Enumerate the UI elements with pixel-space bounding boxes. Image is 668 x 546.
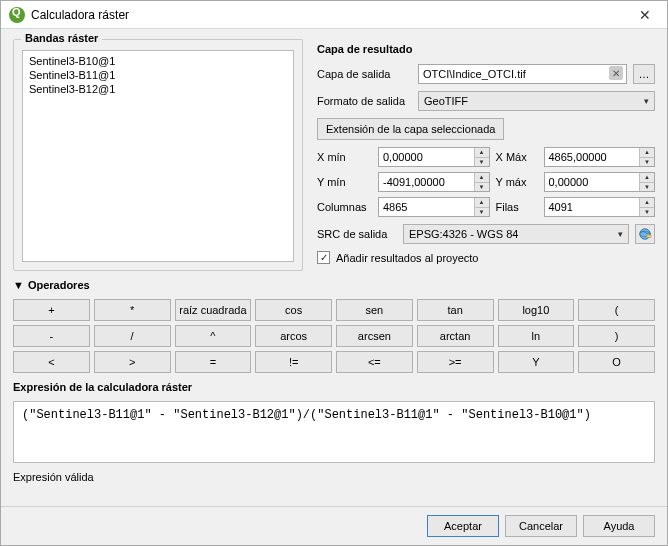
operators-toggle[interactable]: ▼ Operadores xyxy=(13,279,655,291)
operator-button[interactable]: ln xyxy=(498,325,575,347)
operator-button[interactable]: / xyxy=(94,325,171,347)
help-button[interactable]: Ayuda xyxy=(583,515,655,537)
chevron-down-icon: ▼ xyxy=(13,279,24,291)
output-layer-value: OTCI\Indice_OTCI.tif xyxy=(423,68,526,80)
output-layer-label: Capa de salida xyxy=(317,68,412,80)
operators-grid: +*raíz cuadradacossentanlog10(-/^arcosar… xyxy=(13,299,655,373)
operator-button[interactable]: > xyxy=(94,351,171,373)
expression-value: ("Sentinel3-B11@1" - "Sentinel3-B12@1")/… xyxy=(22,408,591,422)
crs-select[interactable]: EPSG:4326 - WGS 84 xyxy=(403,224,629,244)
globe-icon xyxy=(638,227,652,241)
expression-title: Expresión de la calculadora ráster xyxy=(13,381,655,393)
columns-input[interactable]: 4865▲▼ xyxy=(378,197,490,217)
crs-value: EPSG:4326 - WGS 84 xyxy=(409,228,518,240)
browse-output-button[interactable]: … xyxy=(633,64,655,84)
raster-calculator-window: Calculadora ráster ✕ Bandas ráster Senti… xyxy=(0,0,668,546)
xmin-label: X mín xyxy=(317,151,372,163)
raster-bands-title: Bandas ráster xyxy=(21,32,102,44)
operator-button[interactable]: raíz cuadrada xyxy=(175,299,252,321)
operator-button[interactable]: = xyxy=(175,351,252,373)
dialog-buttons: Aceptar Cancelar Ayuda xyxy=(1,506,667,545)
output-format-label: Formato de salida xyxy=(317,95,412,107)
crs-picker-button[interactable] xyxy=(635,224,655,244)
list-item[interactable]: Sentinel3-B10@1 xyxy=(23,54,293,68)
operator-button[interactable]: log10 xyxy=(498,299,575,321)
add-to-project-checkbox[interactable]: ✓ xyxy=(317,251,330,264)
ymax-input[interactable]: 0,00000▲▼ xyxy=(544,172,656,192)
svg-rect-2 xyxy=(647,235,651,238)
raster-bands-list[interactable]: Sentinel3-B10@1 Sentinel3-B11@1 Sentinel… xyxy=(22,50,294,262)
operator-button[interactable]: != xyxy=(255,351,332,373)
operator-button[interactable]: sen xyxy=(336,299,413,321)
operator-button[interactable]: >= xyxy=(417,351,494,373)
operator-button[interactable]: - xyxy=(13,325,90,347)
window-title: Calculadora ráster xyxy=(31,8,625,22)
ok-button[interactable]: Aceptar xyxy=(427,515,499,537)
app-icon xyxy=(9,7,25,23)
content: Bandas ráster Sentinel3-B10@1 Sentinel3-… xyxy=(1,29,667,506)
operator-button[interactable]: O xyxy=(578,351,655,373)
output-format-value: GeoTIFF xyxy=(424,95,468,107)
add-to-project-label: Añadir resultados al proyecto xyxy=(336,252,478,264)
xmin-input[interactable]: 0,00000▲▼ xyxy=(378,147,490,167)
ymin-input[interactable]: -4091,00000▲▼ xyxy=(378,172,490,192)
result-layer-panel: Capa de resultado Capa de salida OTCI\In… xyxy=(317,39,655,271)
columns-label: Columnas xyxy=(317,201,372,213)
operator-button[interactable]: arcsen xyxy=(336,325,413,347)
xmax-label: X Máx xyxy=(496,151,538,163)
operator-button[interactable]: Y xyxy=(498,351,575,373)
rows-input[interactable]: 4091▲▼ xyxy=(544,197,656,217)
xmax-input[interactable]: 4865,00000▲▼ xyxy=(544,147,656,167)
ymin-label: Y mín xyxy=(317,176,372,188)
result-layer-title: Capa de resultado xyxy=(317,43,655,55)
operator-button[interactable]: * xyxy=(94,299,171,321)
operator-button[interactable]: tan xyxy=(417,299,494,321)
operator-button[interactable]: ) xyxy=(578,325,655,347)
clear-output-icon[interactable]: ✕ xyxy=(609,66,623,80)
output-format-select[interactable]: GeoTIFF xyxy=(418,91,655,111)
titlebar: Calculadora ráster ✕ xyxy=(1,1,667,29)
operator-button[interactable]: arcos xyxy=(255,325,332,347)
rows-label: Filas xyxy=(496,201,538,213)
operator-button[interactable]: <= xyxy=(336,351,413,373)
ymax-label: Y máx xyxy=(496,176,538,188)
operator-button[interactable]: + xyxy=(13,299,90,321)
output-layer-input[interactable]: OTCI\Indice_OTCI.tif ✕ xyxy=(418,64,627,84)
operator-button[interactable]: ( xyxy=(578,299,655,321)
operator-button[interactable]: ^ xyxy=(175,325,252,347)
operators-title: Operadores xyxy=(28,279,90,291)
expression-input[interactable]: ("Sentinel3-B11@1" - "Sentinel3-B12@1")/… xyxy=(13,401,655,463)
operator-button[interactable]: cos xyxy=(255,299,332,321)
crs-label: SRC de salida xyxy=(317,228,397,240)
cancel-button[interactable]: Cancelar xyxy=(505,515,577,537)
operator-button[interactable]: arctan xyxy=(417,325,494,347)
raster-bands-group: Bandas ráster Sentinel3-B10@1 Sentinel3-… xyxy=(13,39,303,271)
status-text: Expresión válida xyxy=(13,471,655,483)
close-button[interactable]: ✕ xyxy=(625,1,665,29)
list-item[interactable]: Sentinel3-B12@1 xyxy=(23,82,293,96)
selected-layer-extent-button[interactable]: Extensión de la capa seleccionada xyxy=(317,118,504,140)
list-item[interactable]: Sentinel3-B11@1 xyxy=(23,68,293,82)
operator-button[interactable]: < xyxy=(13,351,90,373)
